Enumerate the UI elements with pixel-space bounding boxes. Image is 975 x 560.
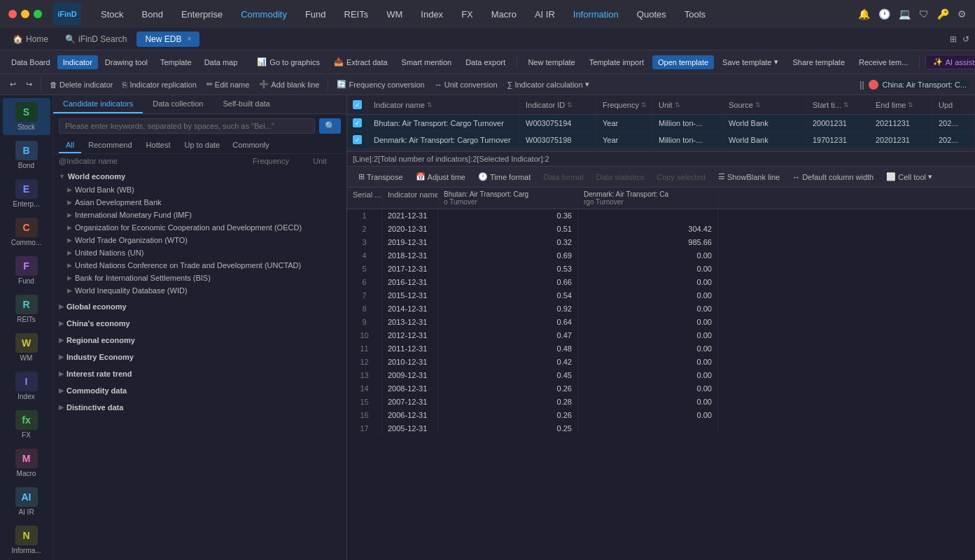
time-format-button[interactable]: 🕐 Time format — [472, 170, 536, 183]
data-table-row[interactable]: 3 2019-12-31 0.32 985.66 — [347, 236, 975, 249]
indicator-row-2[interactable]: ✓ Denmark: Air Transport: Cargo Turnover… — [347, 132, 975, 148]
nav-index[interactable]: Index — [418, 8, 446, 21]
tree-item-wid[interactable]: ▶ World Inequality Database (WID) — [53, 284, 346, 297]
minimize-button[interactable] — [21, 10, 29, 18]
save-template-button[interactable]: Save template ▾ — [717, 55, 784, 69]
sidebar-item-informa[interactable]: N Informa... — [3, 522, 50, 559]
tree-group-distinctive-header[interactable]: ▶ Distinctive data — [53, 400, 346, 414]
indicator-row-1[interactable]: ✓ Bhutan: Air Transport: Cargo Turnover … — [347, 115, 975, 132]
data-table-row[interactable]: 16 2006-12-31 0.26 0.00 — [347, 409, 975, 422]
search-input[interactable] — [59, 118, 315, 134]
sidebar-item-index[interactable]: I Index — [3, 368, 50, 405]
tree-item-un[interactable]: ▶ United Nations (UN) — [53, 246, 346, 259]
maximize-button[interactable] — [34, 10, 42, 18]
ind-header-source[interactable]: Source ⇅ — [723, 95, 807, 114]
filter-tab-commonly[interactable]: Commonly — [227, 138, 275, 153]
filter-tab-uptodate[interactable]: Up to date — [177, 138, 227, 153]
receive-template-button[interactable]: Receive tem... — [853, 55, 913, 69]
ind-header-id[interactable]: Indicator ID ⇅ — [520, 95, 597, 114]
data-table-row[interactable]: 12 2010-12-31 0.42 0.00 — [347, 356, 975, 369]
tree-group-regional-header[interactable]: ▶ Regional economy — [53, 333, 346, 347]
data-export-button[interactable]: Data export — [460, 55, 511, 69]
template-button[interactable]: Template — [155, 55, 197, 69]
smart-mention-button[interactable]: Smart mention — [396, 55, 458, 69]
nav-aiir[interactable]: AI IR — [532, 8, 558, 21]
nav-commodity[interactable]: Commodity — [238, 8, 290, 21]
nav-quotes[interactable]: Quotes — [634, 8, 669, 21]
default-col-width-button[interactable]: ↔ Default column width — [787, 171, 879, 183]
tree-item-oecd[interactable]: ▶ Organization for Economic Cooperation … — [53, 221, 346, 234]
new-template-button[interactable]: New template — [522, 55, 580, 69]
ind-header-unit[interactable]: Unit ⇅ — [653, 95, 723, 114]
nav-fund[interactable]: Fund — [302, 8, 329, 21]
tree-group-global-header[interactable]: ▶ Global economy — [53, 300, 346, 314]
clock-icon[interactable]: 🕐 — [878, 8, 890, 20]
nav-information[interactable]: Information — [570, 8, 622, 21]
device-icon[interactable]: 💻 — [899, 8, 911, 20]
row2-checkbox[interactable]: ✓ — [347, 132, 368, 148]
tab-close-button[interactable]: × — [187, 35, 191, 43]
sidebar-item-fund[interactable]: F Fund — [3, 252, 50, 289]
shield-icon[interactable]: 🛡 — [919, 8, 929, 20]
data-map-button[interactable]: Data map — [199, 55, 244, 69]
sidebar-item-bond[interactable]: B Bond — [3, 136, 50, 174]
sidebar-item-stock[interactable]: S Stock — [3, 98, 50, 135]
self-built-data-tab[interactable]: Self-built data — [213, 95, 279, 113]
refresh-icon[interactable]: ↺ — [962, 34, 969, 44]
data-table-row[interactable]: 11 2011-12-31 0.48 0.00 — [347, 342, 975, 356]
unit-conversion-button[interactable]: ↔ Unit conversion — [430, 78, 502, 91]
edit-name-button[interactable]: ✏ Edit name — [202, 78, 254, 91]
close-button[interactable] — [8, 10, 17, 18]
data-table-row[interactable]: 5 2017-12-31 0.53 0.00 — [347, 262, 975, 276]
open-template-button[interactable]: Open template — [652, 55, 714, 69]
tab-search[interactable]: 🔍 iFinD Search — [58, 31, 134, 47]
show-blank-button[interactable]: ☰ ShowBlank line — [713, 170, 785, 183]
delete-indicator-button[interactable]: 🗑 Delete indicator — [45, 78, 117, 91]
sidebar-item-enterprise[interactable]: E Enterp... — [3, 175, 50, 212]
ind-header-start[interactable]: Start ti... ⇅ — [807, 95, 870, 114]
china-indicator-tag[interactable]: China: Air Transport: C... — [880, 80, 969, 89]
indicator-calculation-button[interactable]: ∑ Indicator calculation ▾ — [503, 78, 594, 91]
tree-item-bis[interactable]: ▶ Bank for International Settlements (BI… — [53, 272, 346, 284]
sidebar-item-reits[interactable]: R REITs — [3, 290, 50, 328]
data-collection-tab[interactable]: Data collection — [143, 95, 213, 113]
frequency-conversion-button[interactable]: 🔄 Frequency conversion — [332, 78, 428, 91]
header-checkbox[interactable]: ✓ — [353, 100, 362, 109]
tab-home[interactable]: 🏠 Home — [6, 31, 55, 47]
data-table-row[interactable]: 15 2007-12-31 0.28 0.00 — [347, 396, 975, 409]
tab-new-edb[interactable]: New EDB × — [136, 31, 199, 47]
undo-button[interactable]: ↩ — [6, 78, 20, 91]
sidebar-item-wm[interactable]: W WM — [3, 329, 50, 366]
sidebar-item-aiir[interactable]: AI AI IR — [3, 483, 50, 520]
nav-fx[interactable]: FX — [458, 8, 476, 21]
data-table-row[interactable]: 10 2012-12-31 0.47 0.00 — [347, 329, 975, 342]
notification-icon[interactable]: 🔔 — [858, 8, 870, 20]
data-table-row[interactable]: 1 2021-12-31 0.36 — [347, 209, 975, 223]
nav-macro[interactable]: Macro — [489, 8, 519, 21]
tree-item-unctad[interactable]: ▶ United Nations Conference on Trade and… — [53, 259, 346, 272]
nav-enterprise[interactable]: Enterprise — [178, 8, 225, 21]
key-icon[interactable]: 🔑 — [937, 8, 949, 20]
data-table-row[interactable]: 6 2016-12-31 0.66 0.00 — [347, 276, 975, 289]
ind-header-name[interactable]: Indicator name ⇅ — [368, 95, 520, 114]
data-table-row[interactable]: 13 2009-12-31 0.45 0.00 — [347, 369, 975, 382]
cell-tool-button[interactable]: ⬜ Cell tool ▾ — [881, 170, 938, 183]
filter-tab-recommend[interactable]: Recommend — [81, 138, 139, 153]
grid-icon[interactable]: ⊞ — [950, 34, 957, 44]
nav-tools[interactable]: Tools — [682, 8, 708, 21]
ind-header-end[interactable]: End time ⇅ — [870, 95, 933, 114]
tree-group-world-economy-header[interactable]: ▼ World economy — [53, 169, 346, 183]
adjust-time-button[interactable]: 📅 Adjust time — [410, 170, 471, 183]
data-board-button[interactable]: Data Board — [6, 55, 56, 69]
tree-item-world-bank[interactable]: ▶ World Bank (WB) — [53, 183, 346, 196]
tree-item-asian-dev[interactable]: ▶ Asian Development Bank — [53, 196, 346, 209]
sidebar-item-fx[interactable]: fx FX — [3, 406, 50, 443]
redo-button[interactable]: ↪ — [22, 78, 36, 91]
indicator-replication-button[interactable]: ⎘ Indicator replication — [118, 78, 200, 91]
row1-checkbox[interactable]: ✓ — [347, 115, 368, 131]
drawing-tool-button[interactable]: Drawing tool — [99, 55, 153, 69]
go-to-graphics-button[interactable]: 📊 Go to graphics — [251, 55, 325, 69]
nav-stock[interactable]: Stock — [98, 8, 127, 21]
tree-group-industry-header[interactable]: ▶ Industry Economy — [53, 350, 346, 364]
filter-tab-hottest[interactable]: Hottest — [139, 138, 178, 153]
